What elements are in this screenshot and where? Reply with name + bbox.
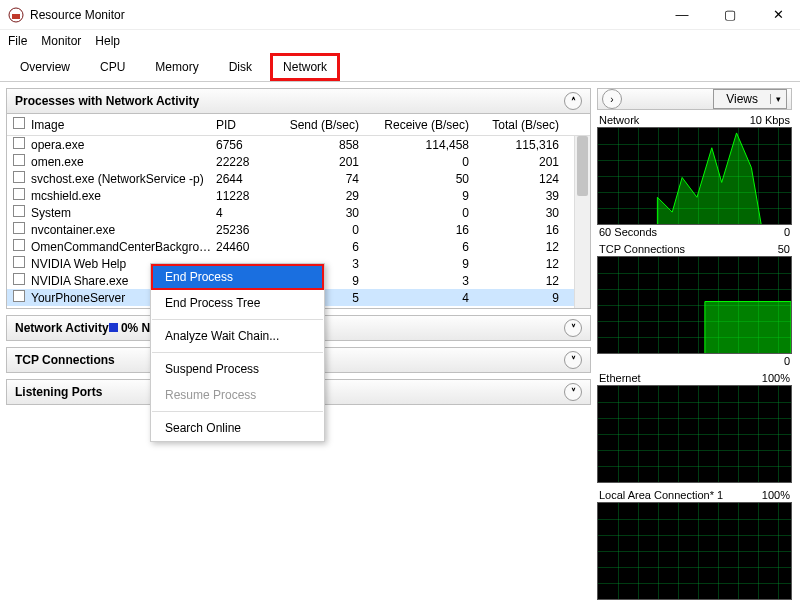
table-row[interactable]: opera.exe6756858114,458115,316: [7, 136, 590, 153]
row-checkbox[interactable]: [13, 171, 25, 183]
cell-send: 858: [270, 138, 365, 152]
cell-send: 201: [270, 155, 365, 169]
menu-search-online[interactable]: Search Online: [151, 415, 324, 441]
menu-help[interactable]: Help: [95, 34, 120, 48]
table-row[interactable]: mcshield.exe1122829939: [7, 187, 590, 204]
row-checkbox[interactable]: [13, 205, 25, 217]
section-processes-title: Processes with Network Activity: [15, 94, 199, 108]
row-checkbox[interactable]: [13, 222, 25, 234]
tab-disk[interactable]: Disk: [217, 54, 264, 80]
section-tcp-title: TCP Connections: [15, 353, 115, 367]
views-button[interactable]: Views ▾: [713, 89, 787, 109]
table-row[interactable]: svchost.exe (NetworkService -p)264474501…: [7, 170, 590, 187]
cell-send: 6: [270, 240, 365, 254]
tab-network[interactable]: Network: [270, 53, 340, 81]
col-receive[interactable]: Receive (B/sec): [365, 118, 475, 132]
cell-receive: 114,458: [365, 138, 475, 152]
row-checkbox[interactable]: [13, 273, 25, 285]
table-row[interactable]: OmenCommandCenterBackgro…244606612: [7, 238, 590, 255]
tab-memory[interactable]: Memory: [143, 54, 210, 80]
cell-send: 30: [270, 206, 365, 220]
cell-send: 74: [270, 172, 365, 186]
section-processes-header[interactable]: Processes with Network Activity ˄: [6, 88, 591, 114]
chart-xaxis-right: 0: [784, 355, 790, 367]
section-network-activity-title: Network Activity: [15, 321, 109, 335]
titlebar: Resource Monitor — ▢ ✕: [0, 0, 800, 30]
cell-image: nvcontainer.exe: [25, 223, 210, 237]
row-checkbox[interactable]: [13, 239, 25, 251]
chart-canvas: [597, 127, 792, 225]
row-checkbox[interactable]: [13, 154, 25, 166]
table-row[interactable]: System430030: [7, 204, 590, 221]
menu-end-process-tree[interactable]: End Process Tree: [151, 290, 324, 316]
collapse-right-icon[interactable]: ›: [602, 89, 622, 109]
tabstrip: Overview CPU Memory Disk Network: [0, 52, 800, 82]
cell-total: 39: [475, 189, 565, 203]
chart-network: Network10 Kbps60 Seconds0: [597, 113, 792, 239]
tab-cpu[interactable]: CPU: [88, 54, 137, 80]
right-toolbar: › Views ▾: [597, 88, 792, 110]
chart-xaxis-left: 60 Seconds: [599, 226, 657, 238]
table-row[interactable]: nvcontainer.exe2523601616: [7, 221, 590, 238]
menu-separator: [152, 411, 323, 412]
cell-total: 12: [475, 274, 565, 288]
menu-monitor[interactable]: Monitor: [41, 34, 81, 48]
expand-icon[interactable]: ˅: [564, 383, 582, 401]
chart-title: Ethernet: [599, 372, 641, 384]
cell-image: svchost.exe (NetworkService -p): [25, 172, 210, 186]
window-title: Resource Monitor: [30, 8, 125, 22]
app-icon: [8, 7, 24, 23]
chart-local-area-connection-1: Local Area Connection* 1100%: [597, 488, 792, 602]
vertical-scrollbar[interactable]: [574, 136, 590, 308]
cell-image: omen.exe: [25, 155, 210, 169]
col-pid[interactable]: PID: [210, 118, 270, 132]
row-checkbox[interactable]: [13, 137, 25, 149]
chart-scale: 100%: [762, 372, 790, 384]
tab-overview[interactable]: Overview: [8, 54, 82, 80]
cell-receive: 50: [365, 172, 475, 186]
collapse-icon[interactable]: ˄: [564, 92, 582, 110]
cell-image: OmenCommandCenterBackgro…: [25, 240, 210, 254]
col-total[interactable]: Total (B/sec): [475, 118, 565, 132]
menu-end-process[interactable]: End Process: [151, 264, 324, 290]
col-send[interactable]: Send (B/sec): [270, 118, 365, 132]
cell-total: 201: [475, 155, 565, 169]
select-all-checkbox[interactable]: [13, 117, 25, 129]
cell-send: 29: [270, 189, 365, 203]
cell-pid: 11228: [210, 189, 270, 203]
menu-file[interactable]: File: [8, 34, 27, 48]
expand-icon[interactable]: ˅: [564, 351, 582, 369]
chart-scale: 50: [778, 243, 790, 255]
chart-canvas: [597, 385, 792, 483]
views-dropdown-icon[interactable]: ▾: [770, 94, 786, 104]
chart-title: TCP Connections: [599, 243, 685, 255]
menu-analyze-wait-chain[interactable]: Analyze Wait Chain...: [151, 323, 324, 349]
context-menu: End Process End Process Tree Analyze Wai…: [150, 263, 325, 442]
chart-scale: 10 Kbps: [750, 114, 790, 126]
row-checkbox[interactable]: [13, 290, 25, 302]
maximize-button[interactable]: ▢: [716, 7, 744, 22]
chart-title: Local Area Connection* 1: [599, 489, 723, 501]
cell-receive: 0: [365, 206, 475, 220]
cell-total: 124: [475, 172, 565, 186]
col-image[interactable]: Image: [25, 118, 210, 132]
chart-scale: 100%: [762, 489, 790, 501]
cell-pid: 22228: [210, 155, 270, 169]
cell-total: 12: [475, 240, 565, 254]
chart-tcp-connections: TCP Connections500: [597, 242, 792, 368]
cell-pid: 25236: [210, 223, 270, 237]
row-checkbox[interactable]: [13, 188, 25, 200]
cell-total: 16: [475, 223, 565, 237]
row-checkbox[interactable]: [13, 256, 25, 268]
menu-resume-process: Resume Process: [151, 382, 324, 408]
table-row[interactable]: omen.exe222282010201: [7, 153, 590, 170]
chart-canvas: [597, 502, 792, 600]
cell-total: 115,316: [475, 138, 565, 152]
cell-receive: 16: [365, 223, 475, 237]
expand-icon[interactable]: ˅: [564, 319, 582, 337]
menu-suspend-process[interactable]: Suspend Process: [151, 356, 324, 382]
minimize-button[interactable]: —: [668, 7, 696, 22]
cell-total: 30: [475, 206, 565, 220]
cell-image: System: [25, 206, 210, 220]
close-button[interactable]: ✕: [764, 7, 792, 22]
